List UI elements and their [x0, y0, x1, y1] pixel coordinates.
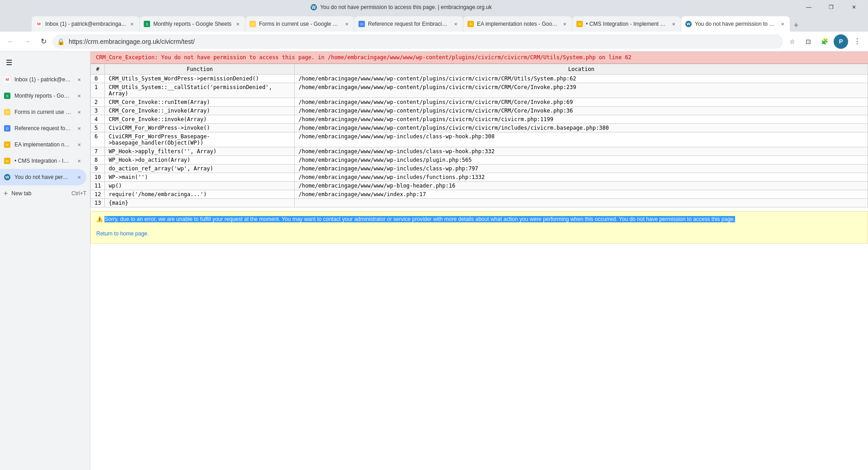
cell-num-11: 11: [91, 182, 105, 190]
sidebar-new-tab[interactable]: + New tab Ctrl+T: [0, 185, 90, 202]
sidebar-item-text-sheets: Monthly reports - Google Sheets: [14, 93, 72, 99]
tab-close-drive[interactable]: ✕: [343, 20, 350, 28]
table-row: 6 CiviCRM_For_WordPress_Basepage->basepa…: [91, 132, 868, 147]
sidebar-item-close-docs[interactable]: ✕: [75, 125, 83, 132]
tab-favicon-cms: N: [576, 20, 583, 28]
sidebar-item-close-cms[interactable]: ✕: [75, 157, 83, 164]
cell-num-8: 8: [91, 156, 105, 164]
cell-func-10: WP->main(''): [105, 173, 295, 182]
cell-loc-9: /home/embracingage/www/www/wp-includes/c…: [295, 164, 868, 173]
tab-notes[interactable]: N EA implementation notes - Goog... ✕: [463, 16, 572, 32]
forward-button[interactable]: →: [20, 34, 34, 49]
sidebar-favicon-notes: N: [4, 141, 11, 148]
tab-close-gmail[interactable]: ✕: [128, 20, 136, 28]
sidebar-item-drive[interactable]: D Forms in current use - Google D... ✕: [0, 104, 86, 120]
cell-func-9: do_action_ref_array('wp', Array): [105, 164, 295, 173]
sidebar-item-cms[interactable]: N • CMS Integration - Implement o... ✕: [0, 153, 86, 169]
back-button[interactable]: ←: [4, 34, 18, 49]
col-header-num: #: [91, 64, 105, 75]
tab-title-docs: Reference request for Embracing...: [368, 21, 449, 27]
sidebar-favicon-cms: N: [4, 157, 11, 164]
sidebar-toggle-button[interactable]: ☰: [4, 57, 14, 68]
address-bar-input[interactable]: [52, 34, 783, 49]
tab-docs[interactable]: D Reference request for Embracing... ✕: [354, 16, 463, 32]
content-area: CRM_Core_Exception: You do not have perm…: [90, 52, 868, 470]
tab-gmail[interactable]: M Inbox (1) - patrick@embracinga... ✕: [32, 16, 139, 32]
main-layout: ☰ M Inbox (1) - patrick@embracinga... ✕ …: [0, 52, 868, 470]
close-button[interactable]: ✕: [844, 0, 864, 14]
table-row: 0 CRM_Utils_System_WordPress->permission…: [91, 75, 868, 83]
table-row: 7 WP_Hook->apply_filters('', Array) /hom…: [91, 147, 868, 156]
sidebar-item-civicrm[interactable]: W You do not have permission to a... ✕: [0, 169, 86, 185]
extensions-button[interactable]: 🧩: [817, 34, 832, 49]
table-row: 13 {main}: [91, 199, 868, 207]
sidebar-favicon-sheets: S: [4, 92, 11, 99]
tab-title-cms: • CMS Integration - Implement o...: [586, 21, 667, 27]
cell-func-8: WP_Hook->do_action(Array): [105, 156, 295, 164]
cell-loc-1: /home/embracingage/www/www/wp-content/pl…: [295, 83, 868, 98]
cell-loc-12: /home/embracingage/www/www/index.php:17: [295, 190, 868, 199]
cell-func-2: CRM_Core_Invoke::runItem(Array): [105, 98, 295, 107]
cell-num-1: 1: [91, 83, 105, 98]
sidebar-new-tab-shortcut: Ctrl+T: [71, 190, 86, 197]
cell-loc-0: /home/embracingage/www/www/wp-content/pl…: [295, 75, 868, 83]
lock-icon: 🔒: [57, 38, 65, 45]
exception-table: # Function Location 0 CRM_Utils_System_W…: [90, 64, 868, 207]
error-banner-text: CRM_Core_Exception: You do not have perm…: [96, 54, 632, 61]
cell-loc-13: [295, 199, 868, 207]
sidebar-item-close-sheets[interactable]: ✕: [75, 92, 83, 99]
sidebar-item-close-drive[interactable]: ✕: [75, 108, 83, 116]
tab-civicrm[interactable]: W You do not have permission to a... ✕: [681, 16, 790, 32]
menu-button[interactable]: ⋮: [850, 34, 864, 49]
sidebar-favicon-drive: D: [4, 108, 11, 116]
cell-num-5: 5: [91, 124, 105, 132]
sidebar-item-close-notes[interactable]: ✕: [75, 141, 83, 148]
cell-func-12: require('/home/embracinga...'): [105, 190, 295, 199]
tab-close-sheets[interactable]: ✕: [234, 20, 241, 28]
reload-button[interactable]: ↻: [36, 34, 51, 49]
cell-func-13: {main}: [105, 199, 295, 207]
maximize-button[interactable]: ❐: [821, 0, 842, 14]
tab-title-gmail: Inbox (1) - patrick@embracinga...: [45, 21, 126, 27]
tab-close-civicrm[interactable]: ✕: [779, 20, 786, 28]
sidebar-favicon-civicrm: W: [4, 174, 11, 181]
table-row: 11 wp() /home/embracingage/www/www/wp-bl…: [91, 182, 868, 190]
cell-num-7: 7: [91, 147, 105, 156]
cell-loc-4: /home/embracingage/www/www/wp-content/pl…: [295, 115, 868, 124]
sidebar-new-tab-label: New tab: [11, 190, 31, 197]
cell-loc-2: /home/embracingage/www/www/wp-content/pl…: [295, 98, 868, 107]
cell-func-0: CRM_Utils_System_WordPress->permissionDe…: [105, 75, 295, 83]
sidebar-item-close-civicrm[interactable]: ✕: [75, 174, 83, 181]
sidebar-item-text-civicrm: You do not have permission to a...: [14, 174, 72, 180]
warning-box: ⚠️ Sorry, due to an error, we are unable…: [90, 211, 868, 244]
table-row: 4 CRM_Core_Invoke::invoke(Array) /home/e…: [91, 115, 868, 124]
profile-button[interactable]: P: [834, 34, 848, 49]
sidebar-item-gmail[interactable]: M Inbox (1) - patrick@embracinga... ✕: [0, 71, 86, 88]
cast-button[interactable]: ⊡: [801, 34, 816, 49]
new-tab-button[interactable]: +: [790, 19, 802, 32]
tab-drive[interactable]: D Forms in current use - Google D... ✕: [245, 16, 354, 32]
bookmarks-star-button[interactable]: ☆: [785, 34, 799, 49]
tab-close-cms[interactable]: ✕: [670, 20, 677, 28]
cell-num-6: 6: [91, 132, 105, 147]
sidebar-item-notes[interactable]: N EA implementation notes - Goog... ✕: [0, 136, 86, 153]
sidebar-item-close-gmail[interactable]: ✕: [75, 76, 83, 83]
sidebar-item-docs[interactable]: D Reference request for Embracing... ✕: [0, 120, 86, 136]
cell-loc-10: /home/embracingage/www/www/wp-includes/f…: [295, 173, 868, 182]
cell-num-12: 12: [91, 190, 105, 199]
sidebar-item-sheets[interactable]: S Monthly reports - Google Sheets ✕: [0, 88, 86, 104]
nav-bar: ← → ↻ 🔒 ☆ ⊡ 🧩 P ⋮: [0, 32, 868, 52]
col-header-function: Function: [105, 64, 295, 75]
return-home-link[interactable]: Return to home page.: [96, 230, 862, 237]
cell-func-6: CiviCRM_For_WordPress_Basepage->basepage…: [105, 132, 295, 147]
tab-sheets[interactable]: S Monthly reports - Google Sheets ✕: [140, 16, 245, 32]
tab-close-notes[interactable]: ✕: [561, 20, 568, 28]
warning-icon: ⚠️: [96, 216, 104, 222]
window-title: You do not have permission to access thi…: [320, 4, 492, 10]
svg-text:W: W: [311, 5, 316, 10]
cell-func-4: CRM_Core_Invoke::invoke(Array): [105, 115, 295, 124]
tab-close-docs[interactable]: ✕: [452, 20, 459, 28]
tab-cms[interactable]: N • CMS Integration - Implement o... ✕: [572, 16, 681, 32]
cell-func-7: WP_Hook->apply_filters('', Array): [105, 147, 295, 156]
minimize-button[interactable]: —: [798, 0, 819, 14]
